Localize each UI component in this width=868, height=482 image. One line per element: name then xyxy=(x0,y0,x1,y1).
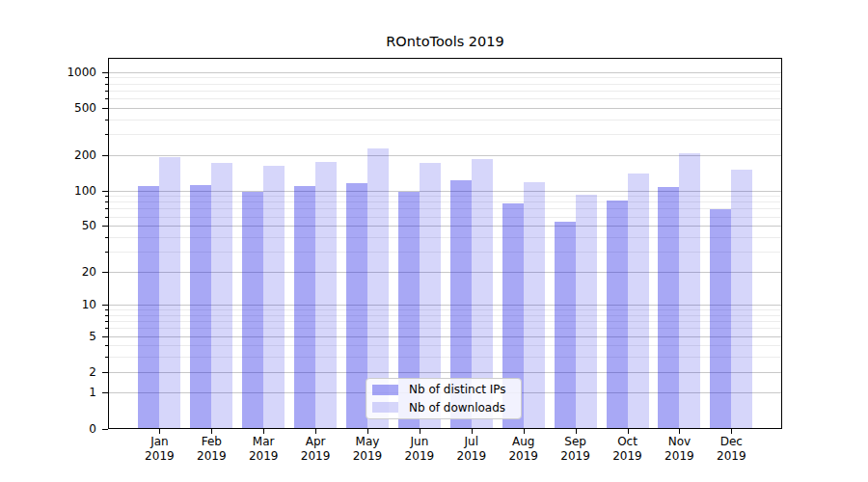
y-axis-tick xyxy=(102,226,108,227)
x-axis-tick xyxy=(420,429,420,434)
y-axis-minor-tick xyxy=(105,201,108,202)
legend-item-distinct-ips: Nb of distinct IPs xyxy=(372,381,515,399)
x-axis-tick xyxy=(367,429,368,434)
bar-distinct-ips xyxy=(607,201,628,428)
y-tick-label: 2 xyxy=(39,364,96,380)
y-tick-label: 5 xyxy=(39,329,96,344)
bar-downloads xyxy=(524,182,545,428)
y-axis-minor-tick xyxy=(105,315,108,316)
y-axis-minor-tick xyxy=(105,328,108,329)
legend-label-distinct-ips: Nb of distinct IPs xyxy=(409,383,506,396)
y-axis-minor-tick xyxy=(105,252,108,253)
y-axis-minor-tick xyxy=(105,217,108,218)
x-axis-tick xyxy=(263,429,264,434)
x-tick-label: Dec2019 xyxy=(705,435,757,464)
legend-swatch-distinct-ips xyxy=(372,385,398,395)
x-tick-label: Sep2019 xyxy=(550,435,602,464)
bar-distinct-ips xyxy=(294,186,315,428)
gridline-minor xyxy=(109,98,781,99)
x-axis-tick xyxy=(731,429,732,434)
y-tick-label: 10 xyxy=(39,297,96,312)
bar-distinct-ips xyxy=(555,222,576,428)
plot-area xyxy=(109,59,781,428)
bar-downloads xyxy=(263,166,285,428)
y-axis-minor-tick xyxy=(105,208,108,209)
x-axis-tick xyxy=(679,429,680,434)
x-tick-label: Feb2019 xyxy=(185,435,237,464)
gridline-minor xyxy=(109,77,781,78)
x-tick-label: Aug2019 xyxy=(498,435,550,464)
x-tick-label: May2019 xyxy=(341,435,393,464)
y-axis-minor-tick xyxy=(105,77,108,78)
gridline-minor xyxy=(109,134,781,135)
y-axis-minor-tick xyxy=(105,321,108,322)
x-axis-tick xyxy=(628,429,629,434)
y-axis-tick xyxy=(102,392,108,393)
gridline-major xyxy=(109,72,781,73)
x-tick-label: Jan2019 xyxy=(133,435,185,464)
x-axis-tick xyxy=(315,429,316,434)
bar-downloads xyxy=(679,153,700,428)
y-tick-label: 20 xyxy=(39,264,96,280)
y-tick-label: 1000 xyxy=(39,65,96,80)
x-tick-label: Apr2019 xyxy=(289,435,341,464)
bar-downloads xyxy=(315,162,337,428)
bar-distinct-ips xyxy=(190,185,211,428)
bar-downloads xyxy=(731,170,752,428)
x-tick-label: Nov2019 xyxy=(653,435,705,464)
y-axis-tick xyxy=(102,191,108,192)
bar-downloads xyxy=(159,157,180,428)
gridline-minor xyxy=(109,91,781,92)
y-axis-minor-tick xyxy=(105,84,108,85)
y-tick-label: 0 xyxy=(39,421,96,437)
x-tick-label: Mar2019 xyxy=(237,435,289,464)
y-axis-tick xyxy=(102,336,108,337)
x-tick-label: Jun2019 xyxy=(393,435,446,464)
y-axis-minor-tick xyxy=(105,91,108,92)
y-axis-minor-tick xyxy=(105,357,108,358)
y-axis-tick xyxy=(102,108,108,109)
chart-title: ROntoTools 2019 xyxy=(108,34,782,49)
y-axis-minor-tick xyxy=(105,237,108,238)
y-tick-label: 500 xyxy=(39,100,96,116)
y-tick-label: 200 xyxy=(39,147,96,163)
legend-item-downloads: Nb of downloads xyxy=(372,399,515,417)
legend-label-downloads: Nb of downloads xyxy=(409,401,505,415)
legend: Nb of distinct IPs Nb of downloads xyxy=(366,378,522,419)
y-axis-tick xyxy=(102,305,108,306)
y-tick-label: 50 xyxy=(39,218,96,233)
bar-distinct-ips xyxy=(710,209,731,428)
chart: ROntoTools 2019 Nb of distinct IPs Nb of… xyxy=(0,0,868,482)
legend-swatch-downloads xyxy=(372,402,398,413)
y-axis-minor-tick xyxy=(105,98,108,99)
x-axis-tick xyxy=(524,429,525,434)
x-tick-label: Jul2019 xyxy=(446,435,498,464)
gridline-major xyxy=(109,108,781,109)
x-axis-tick xyxy=(576,429,577,434)
bar-distinct-ips xyxy=(242,192,263,428)
x-axis-tick xyxy=(472,429,473,434)
y-axis-minor-tick xyxy=(105,196,108,197)
bar-downloads xyxy=(576,195,597,428)
gridline-minor xyxy=(109,84,781,85)
y-axis-minor-tick xyxy=(105,120,108,120)
y-axis-minor-tick xyxy=(105,134,108,135)
bar-distinct-ips xyxy=(346,183,367,428)
right-spine xyxy=(781,58,782,429)
y-axis-tick xyxy=(102,272,108,273)
top-spine xyxy=(108,58,782,59)
bar-downloads xyxy=(211,163,232,428)
y-tick-label: 1 xyxy=(39,385,96,400)
y-axis-tick xyxy=(102,429,108,430)
y-axis-tick xyxy=(102,72,108,73)
x-axis-spine xyxy=(108,428,782,429)
y-axis-tick xyxy=(102,372,108,373)
y-axis-tick xyxy=(102,155,108,156)
y-axis-spine xyxy=(108,58,109,429)
y-axis-minor-tick xyxy=(105,345,108,346)
gridline-minor xyxy=(109,120,781,120)
x-axis-tick xyxy=(211,429,212,434)
x-tick-label: Oct2019 xyxy=(602,435,654,464)
bar-downloads xyxy=(628,174,649,428)
y-tick-label: 100 xyxy=(39,183,96,199)
